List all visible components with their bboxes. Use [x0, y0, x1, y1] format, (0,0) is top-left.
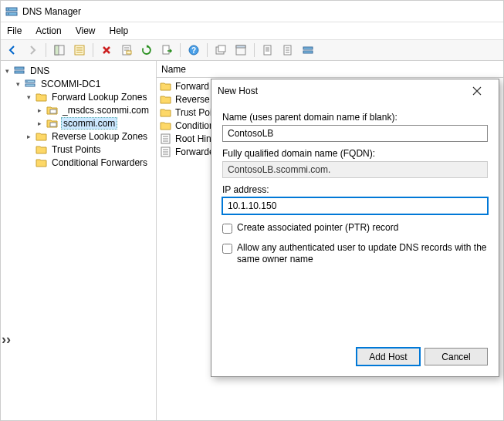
folder-icon: [160, 107, 172, 118]
svg-rect-0: [6, 8, 17, 11]
separator: [180, 43, 181, 57]
svg-rect-36: [50, 109, 56, 113]
svg-rect-13: [127, 51, 131, 54]
back-button[interactable]: [4, 42, 21, 59]
ip-label: IP address:: [222, 184, 488, 195]
list-icon: [160, 147, 172, 157]
expand-icon[interactable]: ▾: [24, 93, 33, 102]
separator: [93, 43, 93, 57]
svg-rect-5: [55, 45, 59, 55]
svg-text:?: ?: [191, 46, 196, 55]
cancel-button[interactable]: Cancel: [425, 348, 488, 365]
folder-icon: [160, 81, 172, 92]
expand-icon[interactable]: ▸: [35, 106, 44, 115]
separator: [207, 43, 208, 57]
separator: [254, 43, 255, 57]
menu-view[interactable]: View: [76, 25, 96, 36]
menu-bar: File Action View Help: [1, 22, 503, 39]
expand-icon[interactable]: ▾: [2, 66, 12, 76]
forward-button[interactable]: [24, 42, 41, 59]
dialog-body: Name (uses parent domain name if blank):…: [211, 103, 499, 340]
title-bar: DNS Manager: [1, 1, 503, 22]
refresh-button[interactable]: [138, 42, 155, 59]
tree-label: _msdcs.scommi.com: [61, 105, 151, 116]
tree-server[interactable]: ▾ SCOMMI-DC1: [2, 77, 154, 90]
menu-help[interactable]: Help: [110, 25, 129, 36]
properties-pane-button[interactable]: [71, 42, 88, 59]
list-icon: [160, 133, 172, 144]
tree-label: SCOMMI-DC1: [39, 79, 102, 89]
new-window-button[interactable]: [212, 42, 229, 59]
expand-icon[interactable]: ▸: [24, 132, 33, 141]
name-field[interactable]: [222, 125, 488, 142]
tree-label: Reverse Lookup Zones: [50, 131, 149, 142]
expand-spacer: [24, 145, 33, 154]
allow-update-checkbox-row: Allow any authenticated user to update D…: [222, 242, 488, 266]
tree-msdcs-zone[interactable]: ▸ _msdcs.scommi.com: [2, 103, 154, 116]
expand-icon[interactable]: ▾: [13, 79, 22, 89]
tree-label: scommi.com: [61, 117, 117, 130]
menu-action[interactable]: Action: [36, 25, 61, 36]
svg-rect-32: [15, 71, 24, 73]
tree-reverse-lookup-zones[interactable]: ▸ Reverse Lookup Zones: [2, 130, 154, 143]
server-properties-button[interactable]: [299, 42, 316, 59]
name-label: Name (uses parent domain name if blank):: [222, 112, 488, 123]
svg-rect-21: [264, 45, 271, 55]
column-header-name: Name: [161, 64, 186, 75]
menu-file[interactable]: File: [7, 25, 22, 36]
list-item-label: Condition: [175, 120, 215, 131]
tree-label: Trust Points: [50, 144, 103, 155]
tree-scommi-zone[interactable]: ▸ scommi.com: [2, 116, 154, 130]
export-button[interactable]: [158, 42, 175, 59]
zone-icon: [46, 118, 59, 129]
new-host-dialog: New Host Name (uses parent domain name i…: [211, 79, 499, 377]
dialog-title: New Host: [218, 86, 258, 96]
new-zone-button[interactable]: [259, 42, 276, 59]
list-column-header[interactable]: Name: [157, 61, 503, 78]
tree-forward-lookup-zones[interactable]: ▾ Forward Lookup Zones: [2, 90, 154, 103]
dns-icon: [14, 66, 26, 76]
svg-rect-20: [236, 45, 245, 48]
zone-icon: [46, 105, 59, 116]
properties-button[interactable]: [118, 42, 135, 59]
svg-rect-29: [303, 47, 313, 49]
close-button[interactable]: [462, 80, 492, 102]
tree-root-dns[interactable]: ▾ DNS: [2, 64, 154, 77]
toolbar: ?: [1, 39, 503, 61]
delete-button[interactable]: [98, 42, 115, 59]
svg-rect-18: [218, 45, 225, 52]
folder-icon: [36, 157, 48, 168]
help-button[interactable]: ?: [185, 42, 202, 59]
ptr-checkbox[interactable]: [222, 224, 232, 234]
folder-icon: [36, 92, 48, 103]
filter-button[interactable]: [232, 42, 249, 59]
new-record-button[interactable]: [279, 42, 296, 59]
svg-rect-1: [6, 12, 17, 15]
dialog-buttons: Add Host Cancel: [211, 340, 499, 376]
show-hide-tree-button[interactable]: [51, 42, 68, 59]
dns-app-icon: [5, 5, 18, 18]
chevron-handle-icon[interactable]: ››: [0, 330, 12, 349]
tree-pane[interactable]: ▾ DNS ▾ SCOMMI-DC1 ▾ Forward Lookup Zone…: [1, 61, 157, 420]
folder-icon: [160, 94, 172, 105]
svg-rect-14: [163, 45, 169, 54]
allow-update-checkbox[interactable]: [222, 244, 232, 254]
svg-point-3: [8, 13, 9, 15]
expand-spacer: [24, 158, 33, 167]
folder-icon: [36, 131, 48, 142]
svg-rect-31: [15, 67, 24, 69]
expand-icon[interactable]: ▸: [35, 119, 44, 128]
tree-trust-points[interactable]: Trust Points: [2, 143, 154, 156]
svg-point-35: [26, 80, 27, 81]
server-icon: [25, 79, 37, 89]
separator: [46, 43, 46, 57]
tree-label: DNS: [29, 66, 51, 76]
ip-address-field[interactable]: [222, 197, 488, 214]
add-host-button[interactable]: Add Host: [357, 348, 420, 365]
folder-icon: [36, 144, 48, 155]
tree-conditional-forwarders[interactable]: Conditional Forwarders: [2, 156, 154, 169]
close-icon: [472, 86, 482, 96]
svg-rect-34: [25, 84, 35, 86]
svg-point-2: [8, 8, 9, 10]
fqdn-label: Fully qualified domain name (FQDN):: [222, 148, 488, 159]
